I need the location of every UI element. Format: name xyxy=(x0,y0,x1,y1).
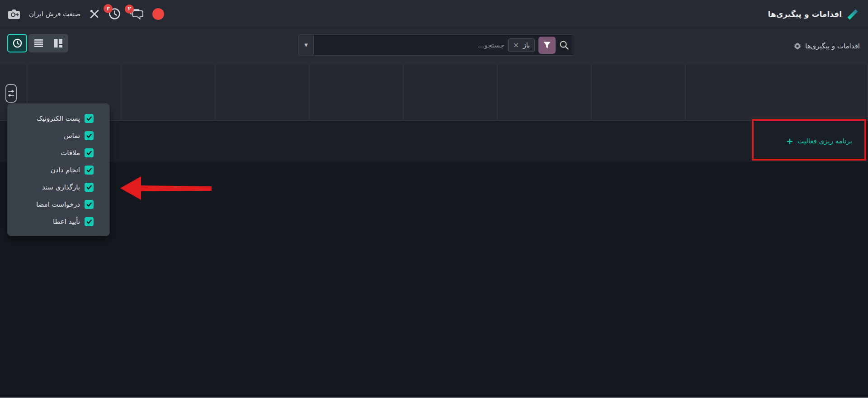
checkbox-checked[interactable] xyxy=(85,200,94,209)
messages-button[interactable]: ۲ xyxy=(130,8,143,20)
annotation-arrow xyxy=(114,174,214,203)
search-icon[interactable] xyxy=(559,40,569,50)
list-view-button[interactable] xyxy=(28,34,48,52)
search-input[interactable] xyxy=(316,41,505,49)
record-name-column-header xyxy=(685,64,868,120)
optional-columns-button[interactable] xyxy=(5,84,17,103)
funnel-icon xyxy=(543,41,551,49)
column-header[interactable] xyxy=(121,64,215,120)
table-row: برنامه ریزی فعالیت + xyxy=(0,121,868,161)
debug-tools-button[interactable] xyxy=(90,9,99,19)
column-toggle-item[interactable]: درخواست امضا xyxy=(8,196,109,213)
control-panel: اقدامات و پیگیری‌ها xyxy=(0,28,868,64)
column-toggle-item[interactable]: تأیید اعطا xyxy=(8,213,109,230)
search-bar: باز × ▼ xyxy=(298,34,574,56)
column-toggle-label: انجام دادن xyxy=(51,166,80,174)
column-header[interactable] xyxy=(497,64,591,120)
app-logo-icon xyxy=(846,7,860,21)
column-header[interactable] xyxy=(591,64,685,120)
filter-button[interactable] xyxy=(538,37,556,54)
messages-badge: ۲ xyxy=(125,5,134,14)
checkbox-checked[interactable] xyxy=(85,148,94,157)
sliders-icon xyxy=(5,84,17,103)
optional-columns-dropdown: پست الکترونیک تماس ملاقات انجام دادن xyxy=(7,103,110,236)
column-header[interactable] xyxy=(215,64,309,120)
column-header[interactable] xyxy=(309,64,403,120)
column-header[interactable] xyxy=(403,64,497,120)
avatar xyxy=(152,8,164,20)
checkbox-checked[interactable] xyxy=(85,217,94,226)
camera-plus-icon xyxy=(8,9,20,19)
column-toggle-label: ملاقات xyxy=(61,149,80,157)
search-dropdown-toggle[interactable]: ▼ xyxy=(298,34,313,56)
checkbox-checked[interactable] xyxy=(85,131,94,140)
column-toggle-label: بارگذاری سند xyxy=(42,183,80,191)
column-toggle-item[interactable]: بارگذاری سند xyxy=(8,179,109,196)
plus-icon: + xyxy=(786,137,793,145)
activity-table-header xyxy=(0,64,868,121)
facet-remove-icon[interactable]: × xyxy=(513,42,519,49)
view-switcher xyxy=(7,34,68,52)
column-toggle-item[interactable]: انجام دادن xyxy=(8,161,109,179)
activity-clock-icon xyxy=(13,38,22,48)
list-icon xyxy=(34,39,43,47)
column-toggle-label: درخواست امضا xyxy=(36,200,80,208)
filter-facet[interactable]: باز × xyxy=(508,38,535,52)
app-title: اقدامات و پیگیری‌ها xyxy=(768,9,842,19)
checkbox-checked[interactable] xyxy=(85,114,94,123)
column-toggle-item[interactable]: ملاقات xyxy=(8,144,109,161)
activities-button[interactable]: ۲ xyxy=(108,8,121,20)
user-avatar[interactable] xyxy=(152,8,164,20)
screenshot-button[interactable] xyxy=(8,9,20,19)
breadcrumb[interactable]: اقدامات و پیگیری‌ها xyxy=(805,42,860,50)
chevron-down-icon: ▼ xyxy=(304,43,308,47)
column-toggle-item[interactable]: تماس xyxy=(8,127,109,144)
checkbox-checked[interactable] xyxy=(85,166,94,175)
column-toggle-item[interactable]: پست الکترونیک xyxy=(8,110,109,127)
schedule-activity-label: برنامه ریزی فعالیت xyxy=(797,137,852,145)
kanban-view-button[interactable] xyxy=(48,34,68,52)
facet-label: باز xyxy=(523,42,530,49)
gear-icon[interactable] xyxy=(794,43,801,50)
company-name[interactable]: صنعت فرش ایران xyxy=(29,10,80,18)
column-toggle-label: تأیید اعطا xyxy=(53,218,80,226)
top-navbar: اقدامات و پیگیری‌ها ۲ ۲ xyxy=(0,0,868,28)
column-toggle-label: پست الکترونیک xyxy=(37,114,80,123)
schedule-activity-button[interactable]: برنامه ریزی فعالیت + xyxy=(786,137,852,145)
kanban-icon xyxy=(54,39,62,47)
tools-icon xyxy=(90,9,99,19)
checkbox-checked[interactable] xyxy=(85,183,94,192)
activity-view-button[interactable] xyxy=(7,34,27,52)
column-toggle-label: تماس xyxy=(64,132,80,140)
app-menu[interactable]: اقدامات و پیگیری‌ها xyxy=(768,7,860,21)
